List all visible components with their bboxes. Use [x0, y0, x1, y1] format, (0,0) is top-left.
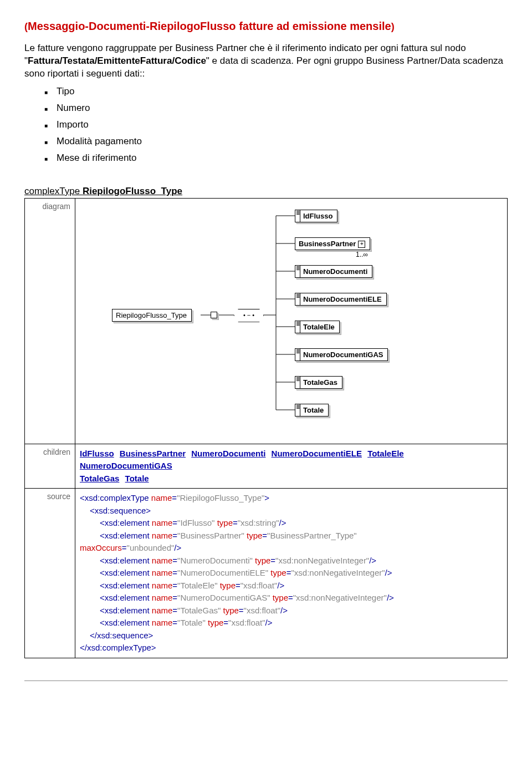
diagram-element-box: Totale	[295, 404, 329, 417]
intro-paragraph: Le fatture vengono raggruppate per Busin…	[24, 42, 508, 80]
child-link[interactable]: NumeroDocumenti	[191, 449, 265, 458]
source-line: <xsd:element name="TotaleEle" type="xsd:…	[100, 580, 503, 592]
child-link[interactable]: Totale	[125, 474, 149, 483]
bullet-item: Importo	[44, 119, 508, 130]
child-link[interactable]: BusinessPartner	[120, 449, 186, 458]
row-label-children: children	[25, 444, 75, 489]
child-link[interactable]: NumeroDocumentiGAS	[80, 461, 172, 470]
sequence-icon: • − •	[234, 309, 264, 322]
diagram-element-box: NumeroDocumentiGAS	[295, 348, 388, 361]
source-line: <xsd:element name="NumeroDocumenti" type…	[100, 555, 503, 567]
diagram-element-box: BusinessPartner+	[295, 237, 370, 250]
child-link[interactable]: NumeroDocumentiELE	[272, 449, 362, 458]
child-link[interactable]: TotaleEle	[367, 449, 404, 458]
bullet-item: Numero	[44, 103, 508, 114]
complextype-heading: complexType RiepilogoFlusso_Type	[24, 186, 508, 197]
page-title: (Messaggio-Documenti-RiepilogoFlusso fat…	[24, 20, 508, 33]
diagram-element-box: NumeroDocumenti	[295, 265, 372, 278]
expand-icon[interactable]: +	[358, 241, 365, 248]
source-line: <xsd:element name="Totale" type="xsd:flo…	[100, 617, 503, 629]
children-cell: IdFlusso BusinessPartner NumeroDocumenti…	[75, 444, 508, 489]
source-line: <xsd:complexType name="RiepilogoFlusso_T…	[80, 492, 503, 505]
diagram-element-box: TotaleEle	[295, 321, 340, 333]
diagram-cell: RiepilogoFlusso_Type• − •IdFlussoBusines…	[75, 198, 508, 444]
diagram-element-box: TotaleGas	[295, 376, 342, 389]
source-line: <xsd:element name="TotaleGas" type="xsd:…	[100, 605, 503, 617]
bullet-item: Tipo	[44, 86, 508, 97]
diagram-connector-box	[211, 312, 217, 318]
doc-table: diagram RiepilogoFlusso_Type• − •IdFluss…	[24, 198, 508, 658]
ctype-prefix: complexType	[24, 186, 83, 196]
source-line: <xsd:element name="BusinessPartner" type…	[100, 530, 503, 542]
paren-close: )	[391, 21, 395, 32]
row-label-diagram: diagram	[25, 198, 75, 444]
source-line: maxOccurs="unbounded"/>	[80, 542, 503, 555]
diagram-root-box: RiepilogoFlusso_Type	[112, 309, 192, 322]
diagram-element-box: NumeroDocumentiELE	[295, 293, 387, 306]
source-line: <xsd:element name="NumeroDocumentiGAS" t…	[100, 592, 503, 605]
title-text: Messaggio-Documenti-RiepilogoFlusso fatt…	[28, 20, 391, 32]
ctype-name: RiepilogoFlusso_Type	[83, 186, 182, 196]
footer-rule	[24, 680, 508, 681]
source-line: <xsd:sequence>	[90, 505, 503, 517]
source-line: <xsd:element name="IdFlusso" type="xsd:s…	[100, 517, 503, 530]
source-line: <xsd:element name="NumeroDocumentiELE" t…	[100, 567, 503, 580]
bullet-item: Mese di riferimento	[44, 153, 508, 164]
child-link[interactable]: IdFlusso	[80, 449, 114, 458]
bullet-list: TipoNumeroImportoModalità pagamentoMese …	[44, 86, 508, 164]
diagram-element-box: IdFlusso	[295, 210, 337, 222]
source-line: </xsd:complexType>	[80, 642, 503, 654]
bullet-item: Modalità pagamento	[44, 136, 508, 147]
source-line: </xsd:sequence>	[90, 629, 503, 642]
intro-bold: Fattura/Testata/EmittenteFattura/Codice	[28, 55, 206, 66]
row-label-source: source	[25, 489, 75, 658]
source-cell: <xsd:complexType name="RiepilogoFlusso_T…	[75, 489, 508, 658]
child-link[interactable]: TotaleGas	[80, 474, 119, 483]
cardinality-label: 1..∞	[356, 251, 368, 258]
diagram-connectors	[112, 204, 467, 443]
